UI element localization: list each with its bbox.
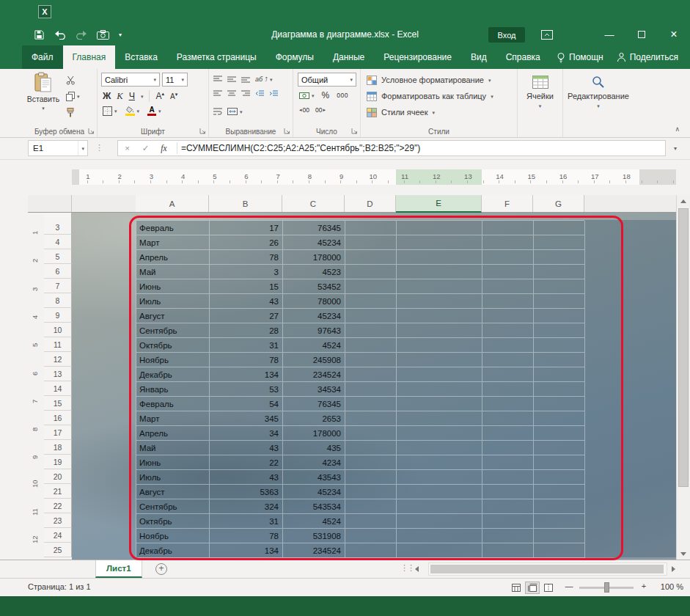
row-header-4[interactable]: 4 (44, 235, 72, 249)
sheet-tab-list1[interactable]: Лист1 (95, 560, 142, 578)
column-header-D[interactable]: D (345, 195, 396, 212)
row-header-17[interactable]: 17 (44, 425, 72, 440)
increase-decimal-button[interactable]: ◂00 (299, 106, 309, 114)
row-header-16[interactable]: 16 (44, 411, 72, 425)
cut-button[interactable] (66, 75, 80, 85)
decrease-indent-icon[interactable] (255, 90, 264, 98)
merge-center-button[interactable]: ▾ (227, 106, 243, 117)
row-header-21[interactable]: 21 (44, 484, 72, 499)
decrease-decimal-button[interactable]: 00▸ (315, 106, 326, 114)
zoom-out-button[interactable]: — (563, 582, 575, 590)
qat-customize-caret-icon[interactable]: ▾ (119, 32, 122, 38)
format-painter-button[interactable] (66, 107, 80, 117)
ribbon-tab-файл[interactable]: Файл (22, 45, 63, 69)
bold-button[interactable]: Ж (103, 91, 111, 101)
add-sheet-button[interactable]: + (155, 563, 167, 575)
align-right-icon[interactable] (241, 90, 250, 98)
tabbar-splitter[interactable]: ⋮⋮ (400, 563, 414, 573)
font-name-select[interactable]: Calibri▾ (101, 73, 160, 87)
cells-button[interactable]: Ячейки ▾ (518, 69, 562, 126)
ribbon-tab-справка[interactable]: Справка (496, 45, 550, 69)
row-header-25[interactable]: 25 (44, 543, 72, 557)
name-box[interactable]: E1 ▾ (28, 140, 88, 156)
conditional-formatting-button[interactable]: Условное форматирование▾ (367, 73, 491, 87)
ribbon-tab-вставка[interactable]: Вставка (115, 45, 167, 69)
column-header-E[interactable]: E (396, 195, 482, 213)
maximize-button[interactable] (625, 23, 658, 45)
scroll-down-icon[interactable] (677, 548, 690, 560)
horizontal-scroll-thumb[interactable] (430, 565, 664, 573)
zoom-in-button[interactable]: + (638, 582, 650, 590)
alignment-dialog-launcher[interactable] (284, 128, 290, 134)
ribbon-tab-формулы[interactable]: Формулы (266, 45, 323, 69)
align-bottom-icon[interactable] (241, 76, 250, 83)
row-header-3[interactable]: 3 (44, 220, 72, 235)
underline-button[interactable]: Ч (129, 91, 135, 101)
row-header-20[interactable]: 20 (44, 469, 72, 484)
wrap-text-icon[interactable] (213, 108, 222, 115)
italic-button[interactable]: К (117, 91, 122, 102)
grow-font-button[interactable]: А▴ (155, 91, 164, 101)
row-header-6[interactable]: 6 (44, 264, 72, 279)
font-dialog-launcher[interactable] (199, 128, 206, 134)
tell-me-button[interactable]: Помощн (557, 52, 603, 63)
expand-formula-bar-icon[interactable]: ▾ (674, 145, 677, 152)
increase-indent-icon[interactable] (269, 90, 278, 98)
zoom-slider-thumb[interactable] (604, 582, 609, 593)
page-layout-view-button[interactable] (525, 582, 540, 594)
row-header-10[interactable]: 10 (44, 323, 72, 337)
formula-bar-splitter[interactable]: ⋮ (95, 143, 103, 153)
confirm-entry-icon[interactable]: ✓ (136, 143, 155, 153)
ribbon-tab-рецензирование[interactable]: Рецензирование (374, 45, 461, 69)
font-size-select[interactable]: 11▾ (162, 73, 188, 87)
scroll-left-icon[interactable] (415, 566, 419, 572)
minimize-button[interactable]: — (593, 23, 625, 45)
clipboard-dialog-launcher[interactable] (88, 128, 95, 134)
scroll-right-icon[interactable] (672, 566, 675, 572)
cancel-entry-icon[interactable]: × (118, 144, 136, 153)
row-header-24[interactable]: 24 (44, 528, 72, 543)
align-top-icon[interactable] (213, 76, 222, 83)
row-header-23[interactable]: 23 (44, 513, 72, 528)
align-middle-icon[interactable] (227, 76, 236, 83)
align-center-icon[interactable] (227, 90, 236, 98)
collapse-ribbon-icon[interactable]: ∧ (675, 125, 680, 133)
select-all-corner[interactable] (28, 195, 72, 213)
align-left-icon[interactable] (213, 90, 222, 98)
horizontal-scrollbar[interactable] (428, 562, 667, 576)
vertical-scrollbar[interactable] (676, 195, 690, 560)
row-header-19[interactable]: 19 (44, 455, 72, 469)
insert-function-icon[interactable]: fx (155, 144, 173, 153)
editing-button[interactable]: Редактирование ▾ (563, 69, 634, 126)
orientation-button[interactable]: аб⤴▾ (255, 74, 273, 84)
column-header-C[interactable]: C (282, 195, 345, 212)
ribbon-tab-вид[interactable]: Вид (461, 45, 496, 69)
row-header-5[interactable]: 5 (44, 249, 72, 264)
formula-input[interactable]: × ✓ fx =СУММЕСЛИМН(C2:C25;A2:A25;"Сентяб… (117, 140, 666, 156)
paste-button[interactable]: Вставить ▾ (26, 72, 60, 125)
camera-icon[interactable] (97, 30, 109, 40)
row-header-9[interactable]: 9 (44, 308, 72, 323)
number-format-select[interactable]: Общий▾ (298, 73, 356, 87)
fill-color-button[interactable]: ▾ (125, 106, 140, 116)
comma-style-button[interactable]: 000 (337, 92, 348, 99)
row-header-12[interactable]: 12 (44, 352, 72, 367)
vertical-scroll-thumb[interactable] (678, 208, 689, 487)
share-button[interactable]: Поделиться (617, 52, 678, 62)
close-button[interactable]: × (658, 23, 690, 45)
row-header-11[interactable]: 11 (44, 337, 72, 352)
sign-in-button[interactable]: Вход (488, 27, 525, 43)
column-header-B[interactable]: B (209, 195, 282, 212)
cell-styles-button[interactable]: Стили ячеек▾ (367, 106, 435, 119)
ribbon-tab-главная[interactable]: Главная (63, 45, 116, 69)
copy-button[interactable]: ▾ (66, 91, 80, 101)
column-header-G[interactable]: G (533, 195, 584, 212)
percent-style-button[interactable]: % (322, 90, 330, 100)
ribbon-display-options-icon[interactable] (541, 29, 553, 43)
save-icon[interactable] (34, 29, 45, 40)
row-header-18[interactable]: 18 (44, 440, 72, 455)
row-header-7[interactable]: 7 (44, 279, 72, 293)
format-as-table-button[interactable]: Форматировать как таблицу▾ (367, 89, 493, 103)
accounting-format-button[interactable]: ▾ (299, 90, 315, 100)
page-break-view-button[interactable] (541, 582, 556, 594)
